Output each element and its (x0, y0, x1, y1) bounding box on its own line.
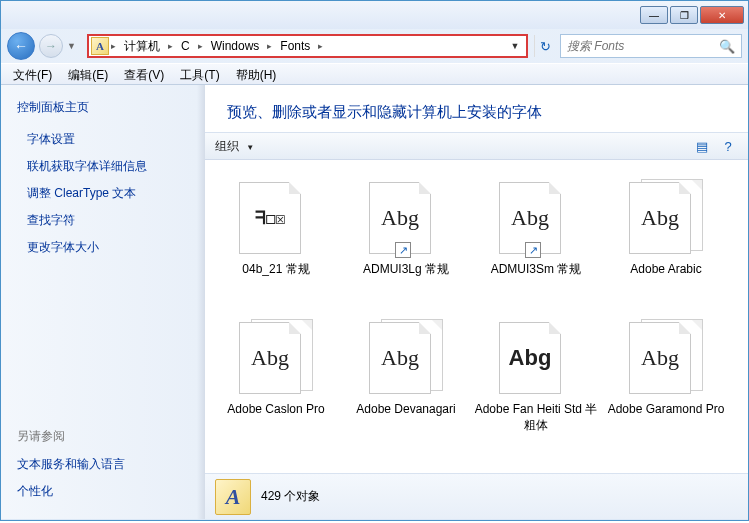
crumb-sep-icon[interactable]: ▸ (196, 41, 205, 51)
page-heading: 预览、删除或者显示和隐藏计算机上安装的字体 (205, 85, 748, 132)
sidebar-link-cleartype[interactable]: 调整 ClearType 文本 (27, 185, 189, 202)
address-bar[interactable]: A ▸ 计算机 ▸ C ▸ Windows ▸ Fonts ▸ ▼ (87, 34, 528, 58)
maximize-button[interactable]: ❐ (670, 6, 698, 24)
address-dropdown[interactable]: ▼ (506, 41, 524, 51)
back-button[interactable]: ← (7, 32, 35, 60)
menu-edit[interactable]: 编辑(E) (60, 64, 116, 84)
close-button[interactable]: ✕ (700, 6, 744, 24)
font-preview-icon: ᖷ◻☒ (239, 182, 301, 254)
minimize-button[interactable]: — (640, 6, 668, 24)
sidebar-link-font-settings[interactable]: 字体设置 (27, 131, 189, 148)
crumb-fonts[interactable]: Fonts (274, 39, 316, 53)
view-options-button[interactable]: ▤ (692, 136, 712, 156)
window-controls: — ❐ ✕ (640, 6, 744, 24)
nav-bar: ← → ▼ A ▸ 计算机 ▸ C ▸ Windows ▸ Fonts ▸ ▼ … (1, 29, 748, 63)
font-item[interactable]: AbgAdobe Devanagari (341, 312, 471, 452)
font-label: Adobe Fan Heiti Std 半粗体 (473, 402, 599, 433)
fonts-folder-icon: A (215, 479, 251, 515)
font-item[interactable]: Abg↗ADMUI3Sm 常规 (471, 172, 601, 312)
search-icon: 🔍 (719, 39, 735, 54)
titlebar: — ❐ ✕ (1, 1, 748, 29)
search-input[interactable] (567, 39, 719, 53)
sidebar-link-font-size[interactable]: 更改字体大小 (27, 239, 189, 256)
crumb-sep-icon[interactable]: ▸ (316, 41, 325, 51)
font-label: Adobe Caslon Pro (227, 402, 324, 418)
sidebar-link-online-fonts[interactable]: 联机获取字体详细信息 (27, 158, 189, 175)
organize-label: 组织 (215, 139, 239, 153)
organize-button[interactable]: 组织 ▼ (215, 138, 254, 155)
font-label: Adobe Devanagari (356, 402, 455, 418)
forward-button[interactable]: → (39, 34, 63, 58)
font-item[interactable]: AbgAdobe Garamond Pro (601, 312, 731, 452)
font-label: ADMUI3Sm 常规 (491, 262, 582, 278)
font-grid: ᖷ◻☒04b_21 常规Abg↗ADMUI3Lg 常规Abg↗ADMUI3Sm … (205, 160, 748, 473)
menu-help[interactable]: 帮助(H) (228, 64, 285, 84)
shortcut-overlay-icon: ↗ (395, 242, 411, 258)
font-label: 04b_21 常规 (242, 262, 309, 278)
font-label: ADMUI3Lg 常规 (363, 262, 449, 278)
body-area: 控制面板主页 字体设置 联机获取字体详细信息 调整 ClearType 文本 查… (1, 85, 748, 519)
search-box[interactable]: 🔍 (560, 34, 742, 58)
crumb-sep-icon[interactable]: ▸ (265, 41, 274, 51)
font-item[interactable]: Abg↗ADMUI3Lg 常规 (341, 172, 471, 312)
menu-bar: 文件(F) 编辑(E) 查看(V) 工具(T) 帮助(H) (1, 63, 748, 85)
font-item[interactable]: AbgAdobe Arabic (601, 172, 731, 312)
crumb-c[interactable]: C (175, 39, 196, 53)
font-item[interactable]: ᖷ◻☒04b_21 常规 (211, 172, 341, 312)
menu-view[interactable]: 查看(V) (116, 64, 172, 84)
crumb-sep-icon[interactable]: ▸ (109, 41, 118, 51)
font-preview-icon: Abg (629, 322, 691, 394)
crumb-sep-icon[interactable]: ▸ (166, 41, 175, 51)
font-item[interactable]: AbgAdobe Fan Heiti Std 半粗体 (471, 312, 601, 452)
crumb-windows[interactable]: Windows (205, 39, 266, 53)
sidebar-title[interactable]: 控制面板主页 (17, 99, 189, 116)
font-preview-icon: Abg (629, 182, 691, 254)
menu-tools[interactable]: 工具(T) (172, 64, 227, 84)
content-toolbar: 组织 ▼ ▤ ? (205, 132, 748, 160)
history-dropdown[interactable]: ▼ (67, 41, 81, 51)
font-item[interactable]: AbgAdobe Caslon Pro (211, 312, 341, 452)
font-preview-icon: Abg (239, 322, 301, 394)
status-bar: A 429 个对象 (205, 473, 748, 519)
sidebar-also-text-services[interactable]: 文本服务和输入语言 (17, 456, 189, 473)
font-label: Adobe Arabic (630, 262, 701, 278)
folder-icon: A (91, 37, 109, 55)
explorer-window: — ❐ ✕ ← → ▼ A ▸ 计算机 ▸ C ▸ Windows ▸ Font… (0, 0, 749, 521)
sidebar-link-find-char[interactable]: 查找字符 (27, 212, 189, 229)
crumb-computer[interactable]: 计算机 (118, 38, 166, 55)
side-panel: 控制面板主页 字体设置 联机获取字体详细信息 调整 ClearType 文本 查… (1, 85, 205, 519)
font-preview-icon: Abg (369, 322, 431, 394)
chevron-down-icon: ▼ (246, 143, 254, 152)
menu-file[interactable]: 文件(F) (5, 64, 60, 84)
sidebar-also-label: 另请参阅 (17, 428, 189, 445)
shortcut-overlay-icon: ↗ (525, 242, 541, 258)
refresh-button[interactable]: ↻ (534, 35, 556, 57)
main-pane: 预览、删除或者显示和隐藏计算机上安装的字体 组织 ▼ ▤ ? ᖷ◻☒04b_21… (205, 85, 748, 519)
font-preview-icon: Abg (499, 322, 561, 394)
help-button[interactable]: ? (718, 136, 738, 156)
font-label: Adobe Garamond Pro (608, 402, 725, 418)
sidebar-also-personalize[interactable]: 个性化 (17, 483, 189, 500)
status-text: 429 个对象 (261, 488, 320, 505)
